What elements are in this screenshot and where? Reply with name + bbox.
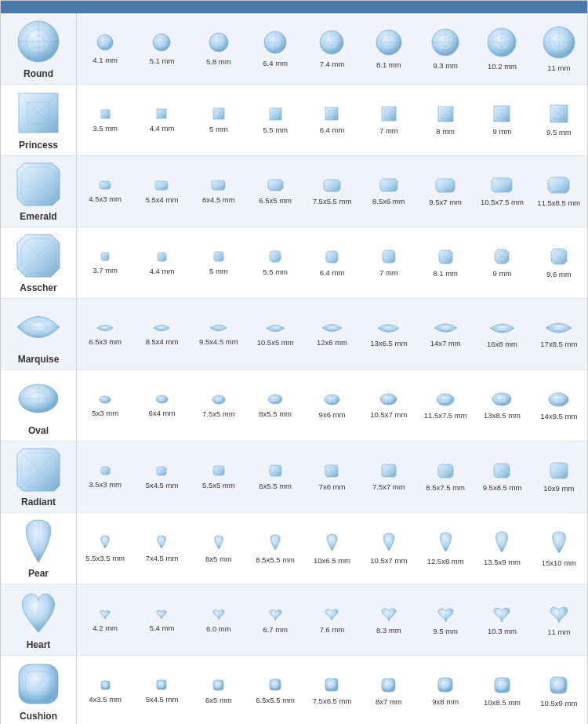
size-text: 10.5x5 mm xyxy=(257,338,294,347)
diamond-asscher-icon xyxy=(156,251,168,264)
shape-row-heart: Heart 4.2 mm 5.4 mm xyxy=(1,584,587,656)
size-text: 10.5x7 mm xyxy=(370,410,407,419)
size-cell: 11.5x8.5 mm xyxy=(531,156,587,227)
shape-label-princess: Princess xyxy=(1,85,77,155)
diamond-marquise-icon xyxy=(265,322,286,336)
size-text: 5.5x4 mm xyxy=(146,195,179,204)
size-text: 4x3.5 mm xyxy=(89,695,122,704)
shape-row-pear: Pear 5.5x3.5 mm 7x4.5 mm xyxy=(1,513,587,584)
size-text: 6.5x5.5 mm xyxy=(256,696,295,704)
diamond-princess-icon xyxy=(380,105,397,124)
size-cell: 5.5x5 mm xyxy=(191,442,247,512)
diamond-size-chart: Round 4.1 mm xyxy=(0,0,588,724)
size-cell: 6x5.5 mm xyxy=(247,442,303,512)
diamond-pear-icon xyxy=(155,534,168,551)
diamond-cushion-icon xyxy=(549,675,568,697)
size-text: 8x5.5 mm xyxy=(259,409,292,418)
size-text: 5.8 mm xyxy=(206,57,231,66)
size-cell: 7x4.5 mm xyxy=(133,513,190,584)
size-text: 9.5 mm xyxy=(546,128,572,136)
size-text: 6x5 mm xyxy=(205,696,232,704)
size-text: 13x8.5 mm xyxy=(484,411,521,420)
size-cell: 9.5x8.5 mm xyxy=(474,442,530,512)
size-cell: 7.6 mm xyxy=(303,584,360,655)
size-text: 6.5x3 mm xyxy=(89,337,122,346)
size-text: 6.7 mm xyxy=(263,625,288,634)
size-cell: 4.4 mm xyxy=(133,227,190,298)
shape-icon-heart xyxy=(15,589,62,636)
diamond-oval-icon xyxy=(491,391,513,409)
diamond-marquise-icon xyxy=(544,320,573,337)
size-text: 7x4.5 mm xyxy=(146,554,179,562)
size-cell: 6x5 mm xyxy=(191,656,247,724)
diamond-heart-icon xyxy=(492,604,511,624)
diamond-marquise-icon xyxy=(96,322,114,335)
size-text: 5 mm xyxy=(209,267,228,275)
size-cell: 7 mm xyxy=(361,227,417,298)
size-cell: 12x6 mm xyxy=(303,299,360,369)
size-cell: 8.1 mm xyxy=(361,13,417,84)
diamond-oval-icon xyxy=(379,392,398,408)
size-cell: 10x9 mm xyxy=(531,442,587,512)
size-text: 9.5 mm xyxy=(433,627,458,635)
diamond-cushion-icon xyxy=(155,679,168,693)
size-text: 7 mm xyxy=(379,268,398,277)
size-cell: 10.2 mm xyxy=(474,13,530,84)
diamond-emerald-icon xyxy=(98,180,112,192)
size-text: 5.5 mm xyxy=(263,126,288,134)
size-cell: 5.5 mm xyxy=(247,227,303,298)
size-text: 15x10 mm xyxy=(542,558,576,567)
size-text: 8.1 mm xyxy=(433,269,458,278)
size-text: 8x5 mm xyxy=(205,555,232,563)
diamond-pear-icon xyxy=(550,530,568,556)
diamond-pear-icon xyxy=(437,531,454,555)
size-cell: 6.4 mm xyxy=(303,85,360,155)
size-text: 12.5x8 mm xyxy=(427,557,464,566)
size-text: 7.4 mm xyxy=(320,60,345,68)
diamond-emerald-icon xyxy=(379,177,399,195)
shape-label-marquise: Marquise xyxy=(1,299,77,369)
size-cell: 14x9.5 mm xyxy=(531,370,587,441)
size-cell: 13x6.5 mm xyxy=(361,299,417,369)
size-cell: 15x10 mm xyxy=(531,513,587,584)
size-text: 14x9.5 mm xyxy=(540,412,577,420)
diamond-princess-icon xyxy=(324,106,339,123)
diamond-radiant-icon xyxy=(380,463,397,480)
diamond-marquise-icon xyxy=(321,322,343,336)
size-cell: 10.3 mm xyxy=(474,584,530,655)
size-text: 4.2 mm xyxy=(93,624,118,632)
size-cell: 7.4 mm xyxy=(303,13,360,84)
diamond-radiant-icon xyxy=(437,463,455,481)
size-text: 11.5x8.5 mm xyxy=(537,198,580,207)
size-cell: 3.7 mm xyxy=(77,227,133,298)
size-cell: 5.5x4 mm xyxy=(133,156,190,227)
size-text: 9.5x8.5 mm xyxy=(483,483,522,492)
diamond-emerald-icon xyxy=(267,178,285,194)
diamond-marquise-icon xyxy=(433,321,459,337)
size-cell: 8.5x7.5 mm xyxy=(417,442,474,512)
size-text: 4.4 mm xyxy=(150,267,175,275)
diamond-pear-icon xyxy=(493,530,510,555)
size-cell: 11 mm xyxy=(531,584,587,655)
size-text: 11 mm xyxy=(547,628,570,636)
diamond-radiant-icon xyxy=(155,465,168,478)
size-cell: 7.5x5.5 mm xyxy=(303,156,360,227)
size-text: 13.5x9 mm xyxy=(484,558,521,566)
shape-name-marquise: Marquise xyxy=(18,354,60,365)
size-cell: 8.1 mm xyxy=(417,227,474,298)
size-cell: 7 mm xyxy=(361,85,417,155)
size-text: 5 mm xyxy=(209,125,228,133)
size-cell: 9.5x7 mm xyxy=(417,156,474,227)
shape-rows: Round 4.1 mm xyxy=(1,13,587,724)
diamond-asscher-icon xyxy=(550,247,568,267)
diamond-cushion-icon xyxy=(324,677,339,694)
svg-marker-90 xyxy=(17,163,60,206)
diamond-round-icon xyxy=(318,29,345,57)
size-text: 5.5x3.5 mm xyxy=(85,554,125,562)
size-cell: 9x6 mm xyxy=(303,370,360,441)
shape-name-emerald: Emerald xyxy=(20,211,56,222)
size-text: 17x8.5 mm xyxy=(540,340,577,348)
size-text: 5.5 mm xyxy=(263,267,288,276)
diamond-marquise-icon xyxy=(488,321,516,337)
shape-icon-emerald xyxy=(15,161,62,208)
